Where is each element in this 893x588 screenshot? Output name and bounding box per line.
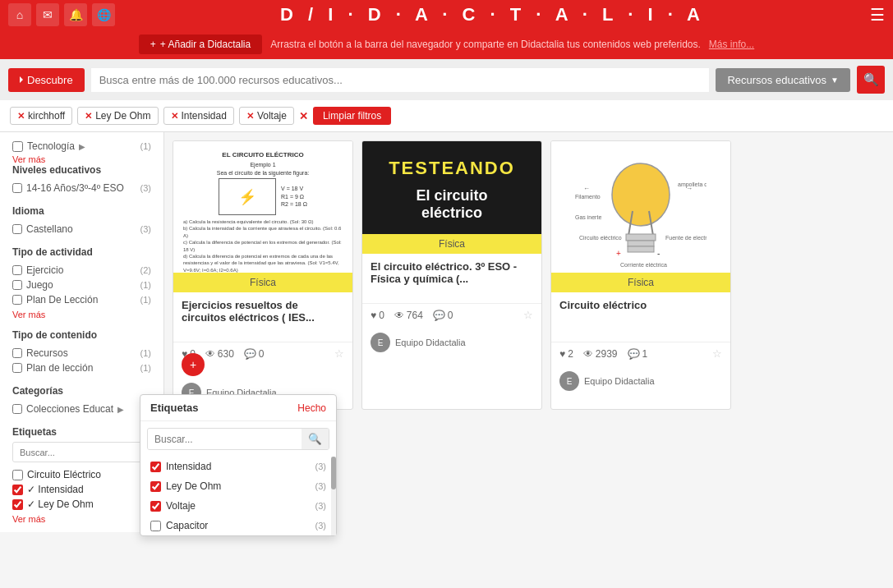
clear-filters-button[interactable]: Limpiar filtros: [313, 107, 391, 125]
filter-tag-intensidad: ✕ Intensidad: [163, 107, 234, 125]
ley-de-ohm-tag-checkbox[interactable]: [12, 499, 23, 510]
bookmark-bar: + + Añadir a Didactalia Arrastra el botó…: [0, 30, 893, 59]
sidebar-item-recursos: Recursos (1): [12, 346, 151, 361]
popup-search-button[interactable]: 🔍: [302, 429, 329, 449]
popup-capacitor-checkbox[interactable]: [150, 521, 161, 531]
author-name-3: Equipo Didactalia: [584, 376, 655, 386]
ver-mas-tags-link[interactable]: Ver más: [12, 514, 151, 524]
card-2-stats: ♥ 0 👁 764 💬 0 ☆: [362, 303, 541, 326]
ver-mas-1-link[interactable]: Ver más: [12, 154, 151, 164]
card-2-title[interactable]: El circuito eléctrico. 3º ESO - Física y…: [362, 254, 541, 303]
bookmark-icon-1[interactable]: ☆: [334, 347, 344, 360]
popup-header: Etiquetas Hecho: [140, 395, 336, 421]
juego-label: Juego: [26, 279, 53, 291]
nav-icons: ⌂ ✉ 🔔 🌐: [8, 3, 115, 26]
juego-checkbox[interactable]: [12, 280, 22, 290]
globe-icon[interactable]: 🌐: [92, 3, 115, 26]
card-3-title[interactable]: Circuito eléctrico: [551, 292, 730, 342]
sidebar-section-categorias: Categorías Colecciones Educat ▶ (1): [12, 385, 151, 416]
recursos-button[interactable]: Recursos educativos ▼: [716, 68, 850, 92]
plan-de-leccion-checkbox[interactable]: [12, 363, 22, 373]
bell-icon[interactable]: 🔔: [64, 3, 87, 26]
castellano-checkbox[interactable]: [12, 224, 22, 234]
remove-kirchhoff-icon[interactable]: ✕: [17, 111, 25, 122]
filter-tag-kirchhoff: ✕ kirchhoff: [10, 107, 72, 125]
castellano-label: Castellano: [26, 223, 73, 235]
tecnologia-checkbox[interactable]: [12, 141, 23, 152]
remove-intensidad-icon[interactable]: ✕: [171, 111, 178, 122]
cards-grid: EL CIRCUITO ELÉCTRICO Ejemplo 1 Sea el c…: [173, 140, 885, 410]
arrow-down-icon: [20, 76, 23, 83]
tecnologia-arrow: ▶: [79, 142, 85, 151]
eso-checkbox[interactable]: [12, 183, 22, 193]
ver-mas-actividad-link[interactable]: Ver más: [12, 310, 151, 319]
descubre-label: Descubre: [27, 74, 73, 86]
bookmark-icon-2[interactable]: ☆: [523, 309, 533, 321]
add-to-didactalia-button[interactable]: + + Añadir a Didactalia: [139, 34, 262, 54]
views-count-2: 764: [407, 310, 423, 321]
card-bombilla: + - ← → Filamento ampolleta de vidrio Ga…: [550, 140, 731, 410]
card-2-comments: 💬 0: [433, 310, 453, 321]
sidebar-section-contenido: Tipo de contenido Recursos (1) Plan de l…: [12, 329, 151, 375]
popup-ley-de-ohm-checkbox[interactable]: [150, 481, 161, 492]
descubre-button[interactable]: Descubre: [8, 68, 85, 92]
remove-voltaje-icon[interactable]: ✕: [246, 111, 254, 122]
etiquetas-search-input[interactable]: [13, 444, 140, 461]
recursos-count: (1): [140, 348, 151, 358]
mas-info-link[interactable]: Más info...: [709, 39, 754, 50]
ejercicio-checkbox[interactable]: [12, 265, 22, 275]
extra-remove-icon[interactable]: ✕: [299, 110, 308, 122]
mail-icon[interactable]: ✉: [36, 3, 59, 26]
popup-voltaje-checkbox[interactable]: [150, 501, 161, 512]
home-icon[interactable]: ⌂: [8, 3, 31, 26]
sidebar-item-tecnologia: Tecnología ▶ (1): [12, 140, 151, 152]
filter-tag-ley-de-ohm: ✕ Ley De Ohm: [77, 107, 158, 125]
sidebar-tags-section: Etiquetas 🔍 Circuito Eléctrico (3) ✓ Int…: [12, 426, 151, 524]
sidebar-item-plan-leccion: Plan De Lección (1): [12, 292, 151, 307]
niveles-title: Niveles educativos: [12, 164, 151, 176]
card-3-thumb: + - ← → Filamento ampolleta de vidrio Ga…: [551, 141, 730, 273]
search-input[interactable]: [91, 68, 710, 92]
svg-text:Circuito eléctrico: Circuito eléctrico: [579, 235, 622, 241]
filter-ley-de-ohm-label: Ley De Ohm: [95, 110, 150, 122]
card-2-views: 👁 764: [394, 310, 423, 321]
circuito-tag-label: Circuito Eléctrico: [27, 469, 101, 480]
intensidad-tag-checkbox[interactable]: [12, 485, 23, 495]
popup-intensidad-checkbox[interactable]: [150, 462, 161, 472]
svg-text:ampolleta de vidrio: ampolleta de vidrio: [678, 181, 707, 188]
plan-leccion-checkbox[interactable]: [12, 295, 22, 305]
popup-capacitor-count: (3): [315, 521, 326, 531]
sidebar-tag-intensidad: ✓ Intensidad (3): [12, 482, 151, 497]
card-1-views: 👁 630: [205, 348, 234, 360]
popup-search-input[interactable]: [148, 430, 302, 449]
colecciones-checkbox[interactable]: [12, 404, 22, 414]
circuito-tag-checkbox[interactable]: [12, 470, 23, 480]
circuit-img-title: EL CIRCUITO ELÉCTRICO: [222, 151, 303, 158]
bookmark-icon-3[interactable]: ☆: [712, 347, 722, 360]
red-circle-1[interactable]: +: [182, 353, 205, 376]
eso-count: (3): [140, 183, 151, 193]
author-avatar-3: E: [559, 371, 579, 391]
card-1-title[interactable]: Ejercicios resueltos de circuitos eléctr…: [173, 292, 352, 342]
remove-ley-de-ohm-icon[interactable]: ✕: [85, 111, 92, 122]
site-logo: D / I · D · A · C · T · A · L · I · A: [115, 4, 870, 25]
ley-de-ohm-tag-label: ✓ Ley De Ohm: [27, 498, 94, 510]
sidebar-section-idioma: Idioma Castellano (3): [12, 205, 151, 237]
svg-text:Fuente de electricidad: Fuente de electricidad: [665, 235, 707, 241]
svg-text:+: +: [616, 249, 621, 258]
colecciones-arrow: ▶: [117, 405, 124, 414]
sidebar-item-castellano: Castellano (3): [12, 222, 151, 237]
filter-tag-voltaje: ✕ Voltaje: [239, 107, 294, 125]
recursos-checkbox[interactable]: [12, 348, 22, 358]
menu-icon[interactable]: ☰: [870, 5, 885, 25]
bookmark-info-text: Arrastra el botón a la barra del navegad…: [270, 39, 701, 50]
svg-text:←: ←: [583, 185, 590, 192]
svg-rect-5: [628, 246, 654, 252]
card-3-views: 👁 2939: [583, 348, 618, 360]
search-button[interactable]: 🔍: [857, 66, 885, 94]
circuit-diagram: ⚡: [219, 178, 276, 215]
card-1-category: Física: [173, 273, 352, 292]
popup-scrollbar[interactable]: [331, 457, 336, 532]
circuit-questions: a) Calcula la resistencia equivalente de…: [183, 218, 343, 273]
popup-done-button[interactable]: Hecho: [297, 402, 326, 414]
